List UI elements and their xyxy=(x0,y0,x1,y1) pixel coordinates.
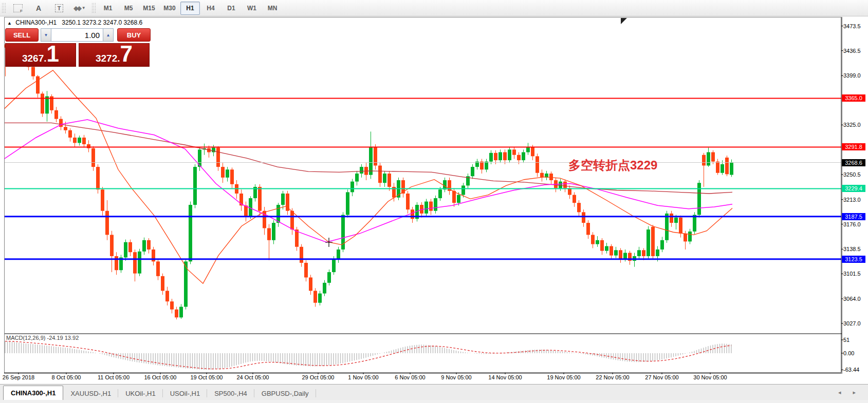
time-axis-label: 8 Oct 05:00 xyxy=(52,374,81,380)
sell-price-big-digit: 1 xyxy=(47,44,59,64)
candle-body xyxy=(387,174,391,187)
candle-body xyxy=(78,138,81,143)
sell-button[interactable]: SELL xyxy=(5,28,39,42)
buy-price-main: 3272 xyxy=(96,47,117,70)
candle-body xyxy=(138,252,141,274)
ohlc-values: 3250.1 3273.2 3247.0 3268.6 xyxy=(62,19,142,26)
candle-body xyxy=(721,164,724,173)
candle-body xyxy=(64,127,67,130)
candle-body xyxy=(716,162,719,173)
candle-body xyxy=(68,130,72,138)
candle-body xyxy=(494,153,497,160)
collapse-arrow-icon[interactable]: ▲ xyxy=(7,21,12,26)
price-line-label-3229.4: 3229.4 xyxy=(842,185,865,192)
candle-body xyxy=(313,291,317,302)
sell-price-tile[interactable]: 3267.1 xyxy=(5,43,76,67)
candle-body xyxy=(642,250,645,256)
candle-body xyxy=(374,147,377,165)
volume-input[interactable] xyxy=(51,28,103,42)
candle-body xyxy=(429,202,433,211)
candle-body xyxy=(45,97,49,114)
candle-body xyxy=(424,202,428,214)
candle-body xyxy=(276,205,280,223)
candle-body xyxy=(309,277,312,291)
candle-body xyxy=(170,301,174,310)
candle-body xyxy=(193,167,197,205)
candle-body xyxy=(87,144,90,148)
candle-body xyxy=(230,169,234,184)
price-line-label-3123.5: 3123.5 xyxy=(842,256,865,263)
candle-body xyxy=(549,174,553,180)
candle-body xyxy=(360,167,363,174)
candle-body xyxy=(670,214,673,223)
candle-body xyxy=(586,223,590,235)
candle-body xyxy=(572,195,576,203)
candle-body xyxy=(471,167,474,176)
chart-annotation-text: 多空转折点3229 xyxy=(568,157,657,174)
scroll-marker-icon[interactable] xyxy=(621,18,627,24)
candle-body xyxy=(327,272,331,283)
candle-body xyxy=(522,152,525,161)
candle-body xyxy=(54,110,58,119)
cross-marker-icon[interactable] xyxy=(325,238,333,247)
time-axis-label: 6 Nov 05:00 xyxy=(395,374,425,380)
candle-body xyxy=(128,242,132,252)
candle-body xyxy=(508,149,511,160)
buy-button[interactable]: BUY xyxy=(117,28,151,42)
candle-body xyxy=(142,240,146,252)
candle-body xyxy=(290,211,294,229)
candle-body xyxy=(41,93,44,113)
macd-plot-area xyxy=(5,341,731,370)
chart-header: ▲ CHINA300-,H1 3250.1 3273.2 3247.0 3268… xyxy=(7,19,142,26)
candle-body xyxy=(332,259,336,272)
price-line-label-3291.8: 3291.8 xyxy=(842,143,865,150)
volume-increase-button[interactable]: ▲ xyxy=(103,28,114,42)
candle-body xyxy=(707,152,710,166)
candle-body xyxy=(383,174,386,183)
candle-body xyxy=(406,194,410,209)
candle-body xyxy=(656,250,659,256)
candle-body xyxy=(480,162,484,170)
candle-body xyxy=(582,212,585,223)
candle-body xyxy=(577,203,581,212)
main-plot-area xyxy=(4,43,733,319)
candle-body xyxy=(600,240,604,251)
candle-body xyxy=(512,149,516,155)
candle-body xyxy=(105,211,109,235)
candle-body xyxy=(489,153,493,162)
volume-decrease-button[interactable]: ▼ xyxy=(41,28,51,42)
time-axis-label: 1 Nov 05:00 xyxy=(348,374,378,380)
candle-body xyxy=(258,187,262,211)
buy-price-tile[interactable]: 3272.7 xyxy=(79,43,150,67)
candle-body xyxy=(73,138,77,143)
candle-body xyxy=(647,229,650,256)
candle-body xyxy=(300,247,303,263)
candle-body xyxy=(730,163,733,175)
volume-stepper: ▼ ▲ xyxy=(41,28,114,42)
candle-body xyxy=(101,189,104,211)
time-axis-label: 11 Oct 05:00 xyxy=(98,374,130,380)
candle-body xyxy=(674,218,678,223)
candle-body xyxy=(526,147,530,152)
candle-body xyxy=(350,182,354,193)
candle-body xyxy=(623,253,627,259)
candle-body xyxy=(110,235,114,256)
time-axis-label: 27 Nov 05:00 xyxy=(645,374,678,380)
symbol-title: CHINA300-,H1 xyxy=(15,19,57,26)
candle-body xyxy=(161,276,164,291)
candle-body xyxy=(115,256,118,270)
price-line-label-3268.6: 3268.6 xyxy=(842,159,865,166)
time-axis-label: 26 Sep 2018 xyxy=(3,374,34,380)
candle-body xyxy=(559,182,562,188)
candle-body xyxy=(272,223,275,240)
candle-body xyxy=(244,205,248,216)
one-click-trading-panel: SELL ▼ ▲ BUY 3267.1 3272.7 xyxy=(5,28,151,67)
candle-body xyxy=(179,307,183,318)
ma-line xyxy=(4,120,732,242)
time-axis-label: 19 Oct 05:00 xyxy=(191,374,223,380)
candle-body xyxy=(355,174,359,182)
candle-body xyxy=(568,188,571,195)
candle-body xyxy=(434,198,437,211)
candle-body xyxy=(318,294,322,303)
candle-body xyxy=(725,158,729,174)
